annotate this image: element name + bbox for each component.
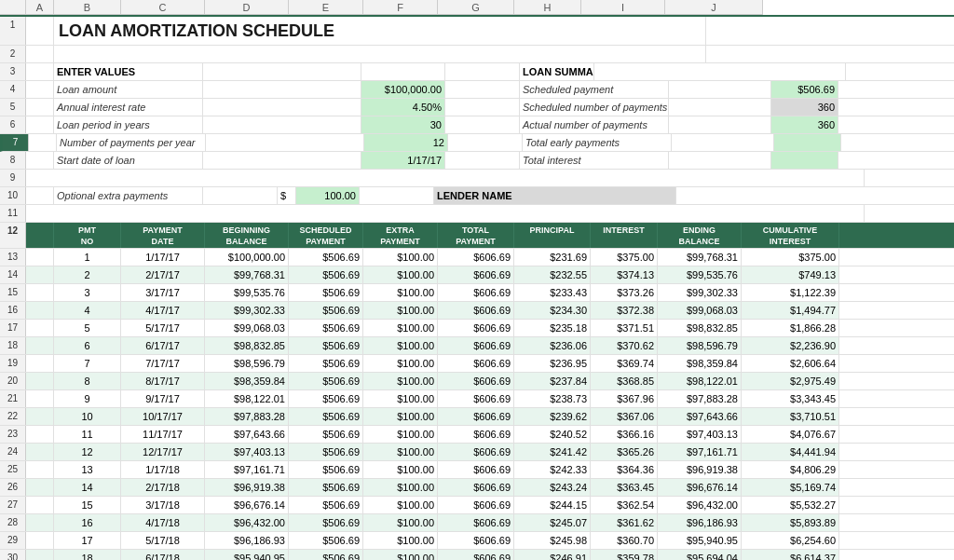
- interest-24: $365.26: [591, 444, 658, 460]
- interest-28: $361.62: [591, 514, 658, 531]
- num-payments-value[interactable]: 12: [364, 134, 448, 151]
- cell-g3: [594, 63, 846, 80]
- table-row: 25 13 1/17/18 $97,161.71 $506.69 $100.00…: [0, 461, 954, 479]
- col-header-g: G: [438, 0, 514, 15]
- beg-bal-13: $100,000.00: [205, 249, 289, 266]
- row-num-3: 3: [0, 63, 26, 80]
- cell-c10: [203, 187, 278, 204]
- start-date-label: Start date of loan: [54, 152, 203, 169]
- cell-a17: [26, 320, 54, 336]
- loan-amount-value[interactable]: $100,000.00: [361, 81, 445, 98]
- cell-a1: [26, 17, 54, 45]
- header-cumulative-interest: CUMULATIVEINTEREST: [742, 223, 839, 248]
- interest-29: $360.70: [591, 532, 658, 549]
- end-bal-15: $99,302.33: [658, 284, 742, 301]
- payment-date-26: 2/17/18: [121, 479, 205, 496]
- cell-a30: [26, 550, 54, 560]
- pmt-no-28: 16: [54, 514, 121, 531]
- sched-payment-13: $506.69: [289, 249, 363, 266]
- pmt-no-25: 13: [54, 461, 121, 478]
- row-num-22: 22: [0, 408, 26, 425]
- end-bal-22: $97,643.66: [658, 408, 742, 425]
- row-num-27: 27: [0, 497, 26, 513]
- interest-27: $362.54: [591, 497, 658, 513]
- row-num-20: 20: [0, 373, 26, 389]
- header-interest: INTEREST: [591, 223, 658, 248]
- header-extra-payment: EXTRAPAYMENT: [363, 223, 438, 248]
- cum-int-25: $4,806.29: [742, 461, 839, 478]
- row-11: 11: [0, 205, 954, 223]
- cell-a5: [26, 99, 54, 116]
- cell-a23: [26, 426, 54, 443]
- cell-a10: [26, 187, 54, 204]
- principal-18: $236.06: [514, 337, 591, 354]
- extra-payments-label: Optional extra payments: [54, 187, 203, 204]
- num-payments-label: Number of payments per year: [57, 134, 206, 151]
- loan-period-value[interactable]: 30: [361, 116, 445, 133]
- row-num-18: 18: [0, 337, 26, 354]
- sched-payment-16: $506.69: [289, 302, 363, 319]
- table-row: 17 5 5/17/17 $99,068.03 $506.69 $100.00 …: [0, 320, 954, 337]
- col-header-c: C: [121, 0, 205, 15]
- payment-date-18: 6/17/17: [121, 337, 205, 354]
- end-bal-27: $96,432.00: [658, 497, 742, 513]
- end-bal-13: $99,768.31: [658, 249, 742, 266]
- sched-payment-20: $506.69: [289, 373, 363, 389]
- beg-bal-22: $97,883.28: [205, 408, 289, 425]
- extra-payment-29: $100.00: [363, 532, 438, 549]
- cell-a28: [26, 514, 54, 531]
- cum-int-14: $749.13: [742, 266, 839, 283]
- cum-int-16: $1,494.77: [742, 302, 839, 319]
- payment-date-20: 8/17/17: [121, 373, 205, 389]
- interest-15: $373.26: [591, 284, 658, 301]
- sched-payment-24: $506.69: [289, 444, 363, 460]
- cell-c8: [203, 152, 361, 169]
- row-num-11: 11: [0, 205, 26, 222]
- cell-a25: [26, 461, 54, 478]
- sched-payment-27: $506.69: [289, 497, 363, 513]
- beg-bal-24: $97,403.13: [205, 444, 289, 460]
- header-total-payment: TOTALPAYMENT: [438, 223, 514, 248]
- pmt-no-23: 11: [54, 426, 121, 443]
- row-3: 3 ENTER VALUES LOAN SUMMARY: [0, 63, 954, 81]
- principal-27: $244.15: [514, 497, 591, 513]
- extra-payment-23: $100.00: [363, 426, 438, 443]
- table-row: 30 18 6/17/18 $95,940.95 $506.69 $100.00…: [0, 550, 954, 560]
- row-6: 6 Loan period in years 30 Actual number …: [0, 116, 954, 134]
- beg-bal-14: $99,768.31: [205, 266, 289, 283]
- extra-payment-26: $100.00: [363, 479, 438, 496]
- row-num-23: 23: [0, 426, 26, 443]
- annual-rate-value[interactable]: 4.50%: [361, 99, 445, 116]
- extra-payment-30: $100.00: [363, 550, 438, 560]
- pmt-no-19: 7: [54, 355, 121, 372]
- extra-value[interactable]: 100.00: [296, 187, 360, 204]
- pmt-no-20: 8: [54, 373, 121, 389]
- interest-18: $370.62: [591, 337, 658, 354]
- pmt-no-26: 14: [54, 479, 121, 496]
- loan-period-label: Loan period in years: [54, 116, 203, 133]
- total-payment-29: $606.69: [438, 532, 514, 549]
- cum-int-18: $2,236.90: [742, 337, 839, 354]
- row-9: 9: [0, 170, 954, 187]
- row-5: 5 Annual interest rate 4.50% Scheduled n…: [0, 99, 954, 116]
- lender-name-label: LENDER NAME: [434, 187, 676, 204]
- total-interest-label: Total interest: [520, 152, 669, 169]
- row-num-28: 28: [0, 514, 26, 531]
- row-num-8: 8: [0, 152, 26, 169]
- row-num-12: 12: [0, 223, 26, 248]
- interest-30: $359.78: [591, 550, 658, 560]
- cell-g8: [669, 152, 771, 169]
- payment-date-22: 10/17/17: [121, 408, 205, 425]
- end-bal-29: $95,940.95: [658, 532, 742, 549]
- row-10: 10 Optional extra payments $ 100.00 LEND…: [0, 187, 954, 205]
- payment-date-28: 4/17/18: [121, 514, 205, 531]
- total-payment-14: $606.69: [438, 266, 514, 283]
- row-7: 7 Number of payments per year 12 Total e…: [0, 134, 954, 152]
- total-interest-value: [771, 152, 838, 169]
- title-row: 1 LOAN AMORTIZATION SCHEDULE: [0, 15, 954, 46]
- principal-21: $238.73: [514, 390, 591, 407]
- cell-g5: [669, 99, 771, 116]
- start-date-value[interactable]: 1/17/17: [361, 152, 445, 169]
- payment-date-25: 1/17/18: [121, 461, 205, 478]
- row-num-9: 9: [0, 170, 26, 186]
